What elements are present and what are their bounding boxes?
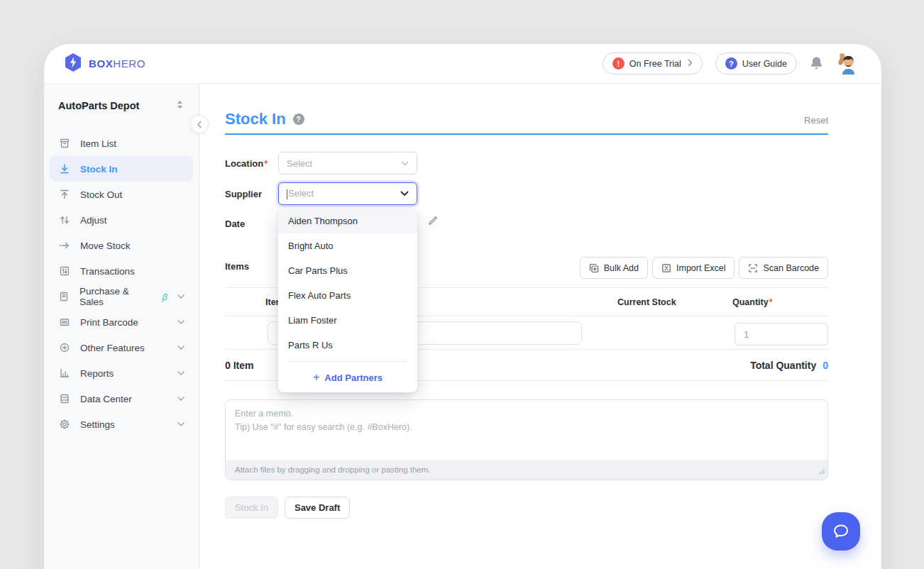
memo-textarea[interactable]: Enter a memo. Tip) Use “#” for easy sear… xyxy=(225,399,828,480)
sidebar-item-label: Move Stock xyxy=(80,241,131,251)
supplier-label: Supplier xyxy=(225,189,262,199)
current-stock-header: Current Stock xyxy=(617,297,676,307)
sidebar-item-move-stock[interactable]: Move Stock xyxy=(50,233,193,258)
add-partners-label: Add Partners xyxy=(324,372,383,383)
plus-icon: + xyxy=(313,371,319,384)
text-caret xyxy=(287,189,287,199)
total-quantity: Total Quantity 0 xyxy=(750,360,828,371)
total-quantity-label: Total Quantity xyxy=(750,360,816,371)
chevron-right-icon xyxy=(688,59,693,69)
supplier-option[interactable]: Flex Auto Parts xyxy=(278,283,417,308)
memo-placeholder: Enter a memo. Tip) Use “#” for easy sear… xyxy=(226,400,827,441)
package-icon xyxy=(58,138,70,149)
gear-icon xyxy=(58,419,70,430)
barcode-icon xyxy=(58,316,70,328)
supplier-option[interactable]: Parts R Us xyxy=(278,333,417,358)
beta-badge: β xyxy=(163,292,167,302)
adjust-arrows-icon xyxy=(58,214,70,226)
boxhero-hexagon-icon xyxy=(64,53,82,75)
dropdown-divider xyxy=(288,361,407,362)
copy-plus-icon xyxy=(589,263,599,273)
notification-bell-icon[interactable] xyxy=(810,56,823,71)
location-select[interactable]: Select xyxy=(278,152,417,175)
workspace-switcher[interactable]: AutoParts Depot xyxy=(44,98,199,114)
on-free-trial-label: On Free Trial xyxy=(629,59,681,69)
import-excel-label: Import Excel xyxy=(676,263,725,273)
supplier-option[interactable]: Liam Foster xyxy=(278,308,417,333)
date-label: Date xyxy=(225,219,245,229)
help-icon[interactable]: ? xyxy=(293,114,304,125)
sidebar-item-label: Print Barcode xyxy=(80,317,138,328)
supplier-option[interactable]: Bright Auto xyxy=(278,233,417,258)
sidebar-item-reports[interactable]: Reports xyxy=(50,360,193,386)
reset-button[interactable]: Reset xyxy=(804,115,828,126)
stock-in-page: Stock In ? Reset Location* Select Suppli… xyxy=(199,84,881,569)
scan-frame-icon xyxy=(748,263,758,273)
title-underline xyxy=(225,133,828,135)
sidebar-item-label: Stock Out xyxy=(80,189,122,200)
bulk-add-button[interactable]: Bulk Add xyxy=(580,257,648,279)
database-icon xyxy=(58,393,70,404)
sidebar-item-item-list[interactable]: Item List xyxy=(50,131,193,156)
supplier-option[interactable]: Aiden Thompson xyxy=(278,209,417,233)
app-window: BOXHERO ! On Free Trial ? User Guide xyxy=(44,44,881,569)
supplier-placeholder: Select xyxy=(288,188,314,199)
supplier-dropdown: Aiden Thompson Bright Auto Car Parts Plu… xyxy=(278,209,417,392)
stock-in-submit-button[interactable]: Stock In xyxy=(225,497,278,519)
excel-icon xyxy=(661,263,671,273)
chevron-down-icon xyxy=(177,346,185,350)
sidebar-item-print-barcode[interactable]: Print Barcode xyxy=(50,309,193,335)
page-title: Stock In ? xyxy=(225,110,304,128)
bulk-add-label: Bulk Add xyxy=(604,263,639,273)
sidebar-nav: Item List Stock In Stock Out xyxy=(44,131,199,437)
sidebar-item-stock-in[interactable]: Stock In xyxy=(50,156,193,182)
sidebar-item-stock-out[interactable]: Stock Out xyxy=(50,182,193,207)
location-label: Location* xyxy=(225,158,268,169)
user-guide-label: User Guide xyxy=(742,59,787,69)
user-guide-button[interactable]: ? User Guide xyxy=(715,53,797,74)
item-count: 0 Item xyxy=(225,360,253,371)
move-arrow-icon xyxy=(58,240,70,251)
chevron-down-icon xyxy=(177,320,185,324)
chat-launcher-button[interactable] xyxy=(822,512,860,551)
sidebar-item-settings[interactable]: Settings xyxy=(50,411,193,437)
sidebar-item-purchase-sales[interactable]: Purchase & Sales β xyxy=(50,284,193,309)
sidebar-collapse-button[interactable] xyxy=(190,115,209,133)
sidebar-item-adjust[interactable]: Adjust xyxy=(50,207,193,233)
sidebar-item-label: Purchase & Sales xyxy=(79,286,148,307)
attach-files-dropzone[interactable]: Attach files by dragging and dropping or… xyxy=(226,460,827,480)
chevron-down-icon xyxy=(177,397,185,401)
save-draft-button[interactable]: Save Draft xyxy=(285,497,350,519)
sidebar-item-label: Transactions xyxy=(80,266,135,277)
scan-barcode-button[interactable]: Scan Barcode xyxy=(739,257,828,279)
topbar: BOXHERO ! On Free Trial ? User Guide xyxy=(44,44,881,84)
sidebar-item-label: Settings xyxy=(80,419,115,430)
on-free-trial-button[interactable]: ! On Free Trial xyxy=(603,53,703,74)
sidebar-item-transactions[interactable]: Transactions xyxy=(50,258,193,284)
document-icon xyxy=(58,291,70,302)
user-avatar[interactable] xyxy=(836,53,860,75)
quantity-input[interactable] xyxy=(735,323,828,346)
sidebar-item-label: Stock In xyxy=(80,164,118,175)
stock-out-icon xyxy=(58,189,70,200)
plus-circle-icon xyxy=(58,342,70,353)
import-excel-button[interactable]: Import Excel xyxy=(652,257,735,279)
boxhero-wordmark: BOXHERO xyxy=(89,57,145,70)
supplier-select[interactable]: Select xyxy=(278,182,417,205)
resize-handle[interactable] xyxy=(819,465,825,477)
edit-date-pencil-icon[interactable] xyxy=(428,216,438,228)
add-partners-button[interactable]: + Add Partners xyxy=(278,365,417,390)
sidebar-item-label: Adjust xyxy=(80,215,107,226)
sidebar-item-other-features[interactable]: Other Features xyxy=(50,335,193,360)
sidebar: AutoParts Depot Item List xyxy=(44,84,199,569)
chevron-down-icon xyxy=(400,191,409,197)
chevron-down-icon xyxy=(401,161,409,166)
chevron-down-icon xyxy=(177,371,185,375)
supplier-option[interactable]: Car Parts Plus xyxy=(278,258,417,283)
sidebar-item-data-center[interactable]: Data Center xyxy=(50,386,193,411)
total-quantity-value: 0 xyxy=(823,360,828,371)
sort-arrows-icon xyxy=(177,100,183,111)
attach-hint: Attach files by dragging and dropping or… xyxy=(235,465,431,474)
boxhero-logo[interactable]: BOXHERO xyxy=(64,53,145,75)
chevron-down-icon xyxy=(177,294,185,299)
